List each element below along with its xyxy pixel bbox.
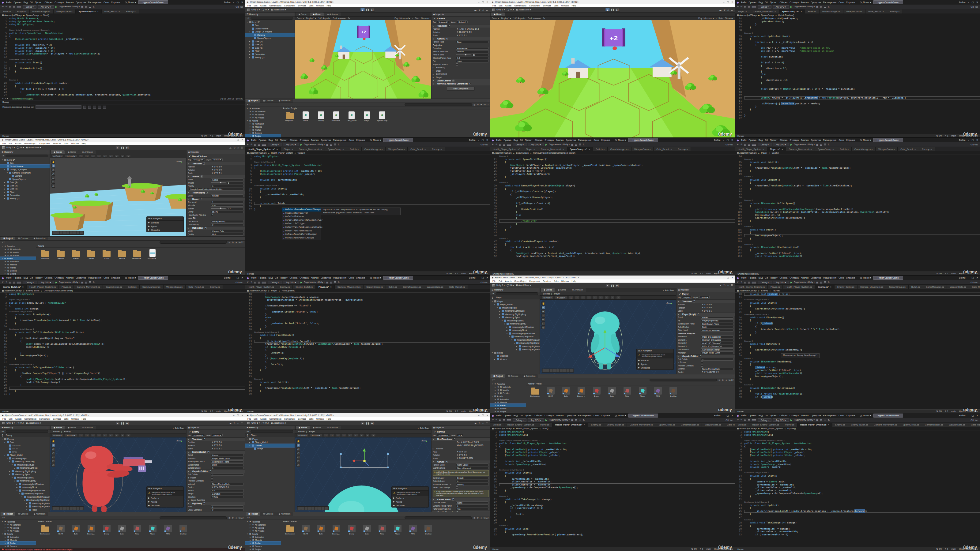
crumb-scenes[interactable]: Scenes [298,430,305,432]
panel-menu-icon[interactable]: ⋮ [487,513,489,515]
autosave-toggle[interactable]: ✓ Auto Save [173,427,185,429]
vs-menu-item-7[interactable]: Анализ [801,414,808,417]
cpu-config-dropdown[interactable]: Any CPU ▾ [38,5,54,9]
field-value[interactable]: 1 [211,505,244,508]
redo-icon[interactable]: ↷ [250,281,253,284]
object-checkbox[interactable]: ✓ [189,155,191,158]
account-dropdown[interactable]: ◯ KA ▾ [16,146,24,149]
vs-tab-EnemyBulletcs[interactable]: Enemy_Bullet.cs [835,285,858,289]
vs-menu-item-7[interactable]: Анализ [66,276,73,279]
scene-tool-6[interactable]: ◎ [541,326,545,329]
unity-menu-gameobject[interactable]: GameObject [24,418,36,420]
project-breadcrumb[interactable]: Assets › Scripts [281,106,490,110]
inspector-tab[interactable]: ◉ Inspector [433,426,444,429]
scene-tool-3[interactable]: ⤢ [296,451,300,455]
scene-tool-0[interactable]: ✋ [51,160,55,164]
unity-toolbar-icon-3[interactable]: ☰ [731,284,733,287]
scene-tool-1[interactable]: ✥ [51,443,55,447]
file-ScriptableO[interactable]: ScriptableO... [283,111,297,122]
hierarchy-item-mixamorigHips[interactable]: ▼mixamorig:Hips [0,457,49,460]
foldout-icon[interactable]: ▶ [188,499,190,501]
vector-values[interactable]: Width 1656.581 Height 355.69 [456,444,489,447]
vs-menu-item-1[interactable]: Правка [258,276,266,279]
vs-tool-icon-2[interactable]: ☰ [334,143,336,146]
intellisense-list[interactable]: ❖OnBeforeTransformParentChanged❖OnConnec… [282,208,321,240]
tag-dropdown[interactable]: Untagged ▾ [437,434,450,437]
unity-menu-services[interactable]: Services [53,142,61,144]
step-button[interactable]: ▶| [370,421,375,425]
debug-config-dropdown[interactable]: Debug ▾ [758,5,772,9]
signin-button[interactable]: Войти [469,276,475,279]
pill-icon-2[interactable] [550,369,552,372]
unity-toolbar-icon-2[interactable]: ⌂ [727,284,729,287]
component-header-AudioListener[interactable]: ▼Audio Listener [431,79,490,83]
vs-menu-item-0[interactable]: Файл [6,276,11,279]
field-value[interactable]: 65475 [211,211,244,213]
new-file-icon[interactable]: ▤ [499,143,501,146]
tab-close-icon[interactable]: × [330,286,331,288]
unity-menu-help[interactable]: Help [571,5,576,7]
unity-menu-edit[interactable]: Edit [254,418,257,420]
expand-icon[interactable]: ▼ [6,457,8,459]
vs-menu-item-1[interactable]: Правка [503,139,511,141]
vs-search[interactable]: Поиск ▾ [125,276,136,279]
hierarchy-item-mixamorigRightShoulder[interactable]: ▼mixamorig:RightShoulder [490,332,539,335]
vs-menu-item-1[interactable]: Правка [748,276,756,279]
field-value[interactable]: Bullet [211,464,244,466]
pill-icon-0[interactable] [543,369,546,372]
field-value[interactable]: BulletSpawn (Trans [701,322,734,326]
foldout-icon[interactable]: ▼ [188,438,190,440]
output-panel-title[interactable]: Вывод [0,100,245,105]
vs-tab-GameManagercs[interactable]: GameManager.cs [678,423,702,427]
hierarchy-item-GroupOfPlayers[interactable]: ▼Group_Of_Players [245,30,294,34]
field-value[interactable]: None (Physics Mate [211,483,244,486]
output-tool-icon-2[interactable] [93,106,96,109]
file-Environment[interactable]: Environment [528,387,542,397]
slider-value[interactable]: 1 [227,181,244,184]
vs-menu-item-8[interactable]: Средства [76,1,86,4]
field-checkbox[interactable] [701,365,703,367]
vs-menu-item-5[interactable]: Сборка [45,1,52,4]
tab-animator[interactable]: ⋈ Animator [324,426,341,429]
undo-icon[interactable]: ↶ [737,419,739,421]
minimize-icon[interactable]: – [968,414,969,417]
pill-icon-2[interactable] [60,232,62,234]
run-icon[interactable]: ▶ [791,419,792,421]
hierarchy-item-mixamorigLeftUpLeg[interactable]: ▶mixamorig:LeftUpLeg [490,310,539,313]
vs-tab-SpawnGroupcs[interactable]: SpawnGroup.cs [103,285,125,289]
vs-menu-item-9[interactable]: Расширения [823,1,837,4]
vs-tab-GateResultcs[interactable]: Gate_Result.cs [446,285,468,289]
project-icon-2[interactable]: ★ [480,103,482,106]
add-dropdown[interactable]: ＋▾ [1,155,4,157]
unity-menu-assets[interactable]: Assets [260,418,266,420]
maximize-icon[interactable]: ▢ [727,276,729,279]
expand-icon[interactable]: ▼ [506,332,508,334]
unity-toolbar-icon-2[interactable]: ⌂ [237,422,239,425]
vs-menu-item-2[interactable]: Вид [759,276,763,279]
expand-icon[interactable]: ▼ [1,438,3,440]
run-icon[interactable]: ▶ [301,281,302,284]
ai-nav-row-agents[interactable]: ▶Agents [147,224,183,228]
signin-button[interactable]: Войти [224,1,230,4]
file-Scripts[interactable]: Scripts [100,249,113,259]
save-icon[interactable]: ▥ [13,281,15,284]
maximize-icon[interactable]: ▢ [237,139,239,141]
scene-tool-icon-4[interactable]: ▫ [109,155,113,158]
vs-menu-item-0[interactable]: Файл [741,414,746,417]
scene-tool-icon-3[interactable]: ▫ [348,434,352,437]
vs-tab-SpawnGroupcs[interactable]: SpawnGroup.cs*× [779,10,805,13]
vector-values[interactable]: X 0 Y 1.369465 Z 0 [701,371,734,373]
vs-menu-item-10[interactable]: Окно [593,139,599,141]
project-tree-Assets[interactable]: ▼▨Assets [245,119,281,122]
vs-tab-Enemycs[interactable]: Enemy.cs [588,423,604,427]
vs-tab-CameraMovementcs[interactable]: Camera_Movement.cs [786,147,815,151]
hierarchy-search-input[interactable] [5,430,48,433]
close-icon[interactable]: ✕ [976,139,978,141]
intellisense-item[interactable]: ❖OnRectTransformRemoved [282,229,321,233]
inspector-tab[interactable]: ◉ Inspector [188,151,199,153]
gizmos-dropdown[interactable]: Gizmos ▾ [725,17,733,20]
attach-to-unity-button[interactable]: Подключить к Unity ▾ [304,281,325,283]
file-Player[interactable]: #Player [360,111,374,122]
vs-menu-item-9[interactable]: Расширения [333,276,347,279]
tab-close-icon[interactable]: × [584,423,585,426]
